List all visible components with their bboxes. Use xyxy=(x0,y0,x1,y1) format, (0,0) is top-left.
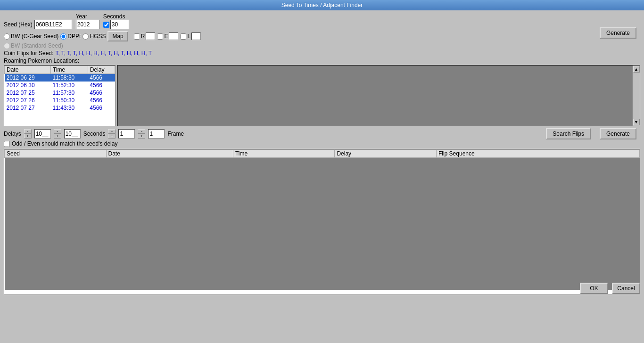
delays-label: Delays xyxy=(4,131,21,137)
bottom-col-time: Time xyxy=(233,150,335,158)
cancel-button[interactable]: Cancel xyxy=(612,283,640,294)
seed-label: Seed (Hex) xyxy=(4,21,33,28)
cell-delay: 4566 xyxy=(88,97,115,104)
col-time: Time xyxy=(51,66,88,74)
cell-date: 2012 07 25 xyxy=(5,89,51,97)
bottom-col-flip: Flip Sequence xyxy=(436,150,639,158)
title-bar: Seed To Times / Adjacent Finder xyxy=(0,0,644,10)
l-input[interactable] xyxy=(191,33,201,40)
coin-flips-label: Coin Flips for Seed: xyxy=(4,50,53,57)
scrollbar-down[interactable]: ▼ xyxy=(633,119,640,125)
seconds-label: Seconds xyxy=(103,13,125,20)
bottom-buttons: OK Cancel xyxy=(580,283,640,294)
generate-top-button[interactable]: Generate xyxy=(600,27,636,39)
sec-plus2-minus-btn[interactable]: - xyxy=(138,129,145,134)
bw-cgear-radio-label[interactable]: BW (C-Gear Seed) xyxy=(4,33,58,40)
sec-plus-input[interactable] xyxy=(148,129,165,139)
bw-standard-radio-label[interactable]: BW (Standard Seed) xyxy=(4,42,640,49)
odd-even-label: Odd / Even should match the seed's delay xyxy=(12,140,117,147)
delay1-minus-btn[interactable]: - xyxy=(24,129,32,134)
cell-delay: 4566 xyxy=(88,104,115,112)
delay1-plus-btn[interactable]: + xyxy=(24,134,32,139)
cell-time: 11:57:30 xyxy=(51,89,88,97)
sec-minus-input[interactable] xyxy=(118,129,135,139)
bw-standard-radio[interactable] xyxy=(4,43,10,49)
bottom-col-date: Date xyxy=(106,150,233,158)
col-delay: Delay xyxy=(88,66,115,74)
seconds-input[interactable] xyxy=(110,20,129,29)
coin-flips-value: T, T, T, T, H, H, H, H, T, H, T, H, H, H… xyxy=(55,50,152,57)
seed-input[interactable] xyxy=(34,20,72,29)
year-label: Year xyxy=(76,13,87,20)
cell-time: 11:52:30 xyxy=(51,82,88,89)
seconds-adj-label: Seconds xyxy=(83,131,106,137)
results-table: Date Time Delay 2012 06 2911:58:30456620… xyxy=(4,65,116,126)
cell-date: 2012 07 27 xyxy=(5,104,51,112)
hgss-radio[interactable] xyxy=(83,33,89,40)
cell-date: 2012 06 29 xyxy=(5,74,51,82)
cell-delay: 4566 xyxy=(88,89,115,97)
cell-date: 2012 07 26 xyxy=(5,97,51,104)
cell-time: 11:50:30 xyxy=(51,97,88,104)
bw-cgear-radio[interactable] xyxy=(4,33,10,40)
dppt-radio-label[interactable]: DPPt xyxy=(60,33,81,40)
frame-label: Frame xyxy=(167,131,184,137)
e-input[interactable] xyxy=(169,33,178,40)
sec-minus-btn[interactable]: - xyxy=(108,129,116,134)
year-input[interactable] xyxy=(76,20,99,29)
table-row[interactable]: 2012 06 2911:58:304566 xyxy=(5,74,115,82)
table-row[interactable]: 2012 06 3011:52:304566 xyxy=(5,82,115,89)
e-checkbox[interactable] xyxy=(157,33,163,40)
table-row[interactable]: 2012 07 2611:50:304566 xyxy=(5,97,115,104)
delay2-input[interactable] xyxy=(64,129,81,139)
seconds-checkbox[interactable] xyxy=(103,22,109,28)
odd-even-row: Odd / Even should match the seed's delay xyxy=(4,140,640,147)
generate-mid-button[interactable]: Generate xyxy=(600,128,636,139)
table-row[interactable]: 2012 07 2511:57:304566 xyxy=(5,89,115,97)
table-row[interactable]: 2012 07 2711:43:304566 xyxy=(5,104,115,112)
ok-button[interactable]: OK xyxy=(580,283,608,294)
delay2-minus-btn[interactable]: - xyxy=(54,129,61,134)
hgss-radio-label[interactable]: HGSS xyxy=(83,33,106,40)
bottom-col-delay: Delay xyxy=(335,150,437,158)
search-flips-button[interactable]: Search Flips xyxy=(546,128,591,139)
sec-plus-btn[interactable]: + xyxy=(108,134,116,139)
coin-flips-row: Coin Flips for Seed: T, T, T, T, H, H, H… xyxy=(4,50,640,57)
r-input[interactable] xyxy=(146,33,155,40)
sec-plus2-plus-btn[interactable]: + xyxy=(138,134,145,139)
col-date: Date xyxy=(5,66,51,74)
scrollbar-up[interactable]: ▲ xyxy=(633,66,640,73)
delay1-input[interactable] xyxy=(34,129,51,139)
roaming-label: Roaming Pokemon Locations: xyxy=(4,57,640,64)
cell-time: 11:58:30 xyxy=(51,74,88,82)
odd-even-checkbox[interactable] xyxy=(4,141,10,147)
cell-time: 11:43:30 xyxy=(51,104,88,112)
bottom-table-container: Seed Date Time Delay Flip Sequence xyxy=(4,149,640,295)
bottom-col-seed: Seed xyxy=(5,150,107,158)
map-button[interactable]: Map xyxy=(107,31,128,41)
cell-delay: 4566 xyxy=(88,74,115,82)
dppt-radio[interactable] xyxy=(60,33,66,40)
cell-delay: 4566 xyxy=(88,82,115,89)
title-text: Seed To Times / Adjacent Finder xyxy=(281,2,363,8)
l-checkbox[interactable] xyxy=(180,33,186,40)
r-checkbox[interactable] xyxy=(134,33,140,40)
cell-date: 2012 06 30 xyxy=(5,82,51,89)
delay2-plus-btn[interactable]: + xyxy=(54,134,61,139)
